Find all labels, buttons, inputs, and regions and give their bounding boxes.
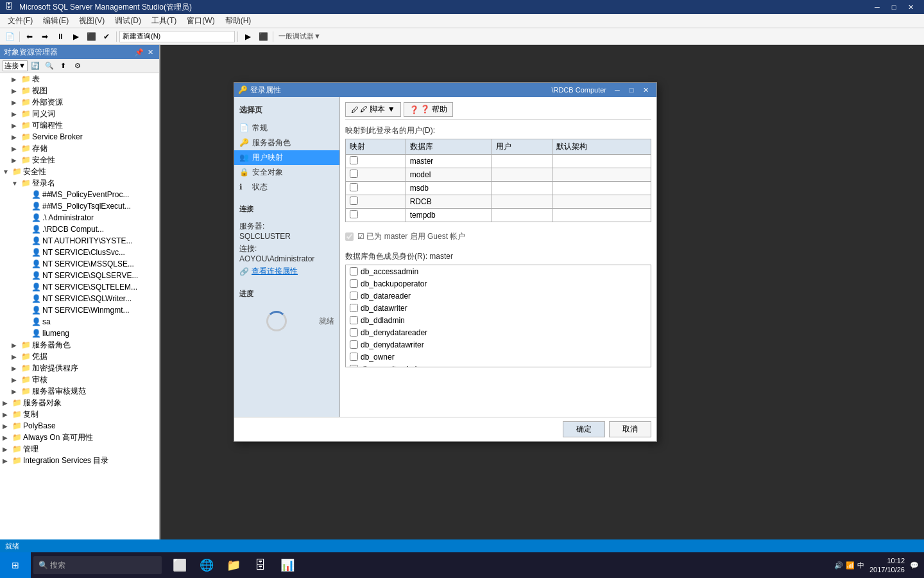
role-item-3[interactable]: db_datawriter: [346, 302, 651, 314]
mapping-row-3[interactable]: RDCB: [346, 195, 651, 209]
dialog-close-btn[interactable]: ✕: [638, 83, 653, 97]
tree-item-security[interactable]: ▼ 📁 安全性: [0, 166, 159, 177]
nav-item-general[interactable]: 📄 常规: [234, 121, 339, 136]
mapping-row-4[interactable]: tempdb: [346, 209, 651, 222]
mapping-check-3[interactable]: [350, 197, 358, 205]
role-item-7[interactable]: db_owner: [346, 351, 651, 363]
dialog-minimize-btn[interactable]: ─: [610, 83, 624, 97]
menu-view[interactable]: 视图(V): [74, 14, 110, 28]
mapping-check-0[interactable]: [350, 156, 358, 164]
taskbar-sql[interactable]: 📊: [275, 552, 300, 578]
tree-item-audit[interactable]: ▶ 📁 审核: [0, 374, 159, 385]
mapping-row-0[interactable]: master: [346, 155, 651, 168]
tree-item-ms-policy-tsql[interactable]: 👤 ##MS_PolicyTsqlExecut...: [0, 200, 159, 212]
tree-item-views[interactable]: ▶ 📁 视图: [0, 85, 159, 96]
ssms-maximize-btn[interactable]: □: [886, 0, 902, 14]
role-check-0[interactable]: [350, 267, 358, 276]
taskbar-search[interactable]: 🔍 搜索: [33, 556, 162, 574]
role-check-8[interactable]: [350, 365, 358, 367]
toolbar-execute[interactable]: ▶: [241, 30, 255, 43]
script-btn[interactable]: 🖊 🖊 脚本 ▼: [345, 102, 401, 117]
oe-collapse-btn[interactable]: ⬆: [57, 60, 70, 72]
toolbar-btn-6[interactable]: ✔: [99, 30, 114, 43]
connection-properties-link[interactable]: 查看连接属性: [252, 266, 298, 277]
tree-item-external[interactable]: ▶ 📁 外部资源: [0, 96, 159, 108]
tree-item-programmability[interactable]: ▶ 📁 可编程性: [0, 119, 159, 131]
tree-item-tables[interactable]: ▶ 📁 表: [0, 73, 159, 85]
tree-item-logins[interactable]: ▼ 📁 登录名: [0, 177, 159, 189]
role-check-4[interactable]: [350, 316, 358, 324]
nav-item-server-roles[interactable]: 🔑 服务器角色: [234, 136, 339, 150]
tree-item-credentials[interactable]: ▶ 📁 凭据: [0, 351, 159, 362]
mapping-check-1[interactable]: [350, 170, 358, 178]
taskbar-ssms[interactable]: 🗄: [248, 552, 273, 578]
nav-item-status[interactable]: ℹ 状态: [234, 180, 339, 195]
toolbar-btn-4[interactable]: ▶: [69, 30, 83, 43]
tree-item-management[interactable]: ▶ 📁 管理: [0, 443, 159, 455]
toolbar-btn-2[interactable]: ➡: [38, 30, 52, 43]
tree-item-audit-spec[interactable]: ▶ 📁 服务器审核规范: [0, 385, 159, 397]
toolbar-btn-1[interactable]: ⬅: [22, 30, 37, 43]
tree-item-administrator[interactable]: 👤 .\ Administrator: [0, 212, 159, 223]
tree-item-nt-clussvc[interactable]: 👤 NT SERVICE\ClusSvc...: [0, 247, 159, 258]
oe-more-btn[interactable]: ⚙: [71, 60, 84, 72]
taskbar-explorer[interactable]: 📁: [221, 552, 246, 578]
role-item-4[interactable]: db_ddladmin: [346, 314, 651, 326]
dialog-maximize-btn[interactable]: □: [624, 83, 638, 97]
tree-item-storage[interactable]: ▶ 📁 存储: [0, 143, 159, 154]
role-check-3[interactable]: [350, 304, 358, 312]
tree-item-server-roles[interactable]: ▶ 📁 服务器角色: [0, 339, 159, 351]
nav-item-securables[interactable]: 🔒 安全对象: [234, 165, 339, 180]
toolbar-btn-5[interactable]: ⬛: [84, 30, 98, 43]
menu-help[interactable]: 帮助(H): [220, 14, 257, 28]
mapping-check-4[interactable]: [350, 210, 358, 218]
tree-item-integration[interactable]: ▶ 📁 Integration Services 目录: [0, 455, 159, 466]
oe-connect-btn[interactable]: 连接▼: [3, 60, 28, 71]
tree-item-nt-winmgmt[interactable]: 👤 NT SERVICE\Winmgmt...: [0, 304, 159, 316]
role-item-8[interactable]: db_securityadmin: [346, 363, 651, 367]
toolbar-new-query[interactable]: 📄: [3, 30, 17, 43]
mapping-row-1[interactable]: model: [346, 168, 651, 182]
oe-pin-btn[interactable]: 📌: [134, 47, 144, 57]
help-btn[interactable]: ❓ ❓ 帮助: [404, 102, 453, 117]
start-button[interactable]: ⊞: [0, 552, 31, 578]
tree-item-nt-mssql[interactable]: 👤 NT SERVICE\MSSQLSE...: [0, 258, 159, 270]
tree-item-replication[interactable]: ▶ 📁 复制: [0, 408, 159, 420]
taskbar-task-view[interactable]: ⬜: [167, 552, 193, 578]
tree-item-nt-sqlwriter[interactable]: 👤 NT SERVICE\SQLWriter...: [0, 293, 159, 304]
menu-window[interactable]: 窗口(W): [182, 14, 219, 28]
tree-item-alwayson[interactable]: ▶ 📁 Always On 高可用性: [0, 432, 159, 443]
tree-item-sa[interactable]: 👤 sa: [0, 316, 159, 328]
tree-item-synonyms[interactable]: ▶ 📁 同义词: [0, 108, 159, 119]
toolbar-query-input[interactable]: [119, 31, 235, 42]
toolbar-stop[interactable]: ⬛: [256, 30, 270, 43]
menu-edit[interactable]: 编辑(E): [38, 14, 74, 28]
mapping-check-2[interactable]: [350, 183, 358, 191]
guest-checkbox[interactable]: [345, 232, 354, 241]
role-check-5[interactable]: [350, 328, 358, 337]
menu-file[interactable]: 文件(F): [3, 14, 38, 28]
login-properties-dialog[interactable]: 🔑 登录属性 \RDCB Computer ─ □ ✕ 选择页 📄 常规: [234, 82, 657, 442]
toolbar-btn-3[interactable]: ⏸: [53, 30, 67, 43]
role-check-6[interactable]: [350, 340, 358, 349]
tree-item-ms-policy-event[interactable]: 👤 ##MS_PolicyEventProc...: [0, 189, 159, 200]
role-check-2[interactable]: [350, 292, 358, 300]
ok-button[interactable]: 确定: [563, 421, 605, 437]
role-check-7[interactable]: [350, 353, 358, 361]
tree-item-service-broker[interactable]: ▶ 📁 Service Broker: [0, 131, 159, 143]
nav-item-user-mapping[interactable]: 👥 用户映射: [234, 150, 339, 165]
taskbar-notification-icon[interactable]: 💬: [910, 561, 919, 570]
oe-refresh-btn[interactable]: 🔄: [29, 60, 42, 72]
tree-item-crypto[interactable]: ▶ 📁 加密提供程序: [0, 362, 159, 374]
cancel-button[interactable]: 取消: [609, 421, 651, 437]
tree-item-nt-sqltelem[interactable]: 👤 NT SERVICE\SQLTELEM...: [0, 281, 159, 293]
role-item-0[interactable]: db_accessadmin: [346, 265, 651, 277]
tree-item-liumeng[interactable]: 👤 liumeng: [0, 328, 159, 339]
tree-item-polybase[interactable]: ▶ 📁 PolyBase: [0, 420, 159, 432]
role-check-1[interactable]: [350, 279, 358, 288]
oe-filter-btn[interactable]: 🔍: [43, 60, 56, 72]
ssms-close-btn[interactable]: ✕: [902, 0, 919, 14]
taskbar-ie[interactable]: 🌐: [194, 552, 219, 578]
oe-tree-container[interactable]: ▶ 📁 表 ▶ 📁 视图 ▶ 📁 外部资源 ▶ 📁 同义词: [0, 73, 159, 539]
tree-item-nt-system[interactable]: 👤 NT AUTHORITY\SYSTE...: [0, 235, 159, 247]
